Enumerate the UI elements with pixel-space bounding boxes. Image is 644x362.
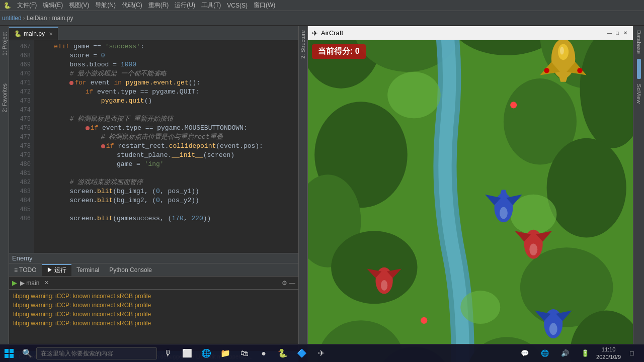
tray-date: 2020/10/9 — [596, 353, 621, 360]
svg-point-27 — [544, 68, 549, 73]
bottom-tabs: ≡ TODO ▶ 运行 Terminal Python Console — [9, 263, 298, 277]
code-line-481 — [38, 169, 294, 178]
svg-point-42 — [381, 280, 387, 291]
code-line-484: screen.blit(bg_img2, (0, pos_y2)) — [38, 196, 294, 205]
close-tab-icon[interactable]: ✕ — [49, 31, 53, 37]
search-input[interactable] — [36, 347, 157, 359]
win-maximize-btn[interactable]: □ — [614, 30, 621, 37]
svg-rect-49 — [5, 354, 9, 358]
code-line-480: game = 'ing' — [38, 160, 294, 169]
console-output: libpng warning: iCCP: known incorrect sR… — [9, 290, 298, 330]
right-scrollbar — [637, 59, 641, 79]
game-title-left: ✈ AirCraft — [312, 29, 343, 37]
taskbar-search-icon: 🔍 — [18, 344, 36, 363]
menu-code[interactable]: 代码(C) — [119, 0, 145, 11]
taskbar-game-icon[interactable]: ✈ — [312, 344, 330, 363]
taskbar-task-view-icon[interactable]: ⬜ — [178, 344, 196, 363]
tray-clock: 11:10 — [596, 346, 621, 353]
menu-tools[interactable]: 工具(T) — [198, 0, 224, 11]
svg-point-17 — [510, 195, 556, 234]
game-terrain-svg — [308, 40, 633, 362]
tab-terminal[interactable]: Terminal — [71, 264, 104, 276]
menu-run[interactable]: 运行(U) — [172, 0, 198, 11]
sidebar-tab-database[interactable]: Database — [635, 26, 643, 58]
svg-point-18 — [460, 291, 500, 324]
sidebar-tab-structure[interactable]: 2: Structure — [299, 26, 307, 63]
run-gear-icon[interactable]: ⚙ — [282, 280, 287, 287]
code-line-479: student_plane.__init__(screen) — [38, 151, 294, 160]
breadcrumb: untitled › LeiDian › main.py — [2, 11, 73, 25]
code-line-477: # 检测鼠标点击位置是否与重启rect重叠 — [38, 133, 294, 142]
code-content[interactable]: elif game == 'success': score = 0 boss.b… — [34, 40, 298, 253]
menu-view[interactable]: 视图(V) — [66, 0, 92, 11]
sidebar-tab-project[interactable]: 1: Project — [1, 28, 9, 59]
line-numbers: 467 468 469 470 471 472 473 474 475 476 … — [9, 40, 34, 253]
svg-rect-48 — [10, 349, 14, 353]
run-close-icon[interactable]: ✕ — [44, 280, 49, 286]
taskbar-extra-icon[interactable]: 🔷 — [293, 344, 311, 363]
taskbar-chrome-icon[interactable]: ● — [255, 344, 273, 363]
left-sidebar: 1: Project 2: Favorites — [0, 26, 9, 362]
console-line-1: libpng warning: iCCP: known incorrect sR… — [13, 292, 294, 301]
editor-area: 🐍 main.py ✕ 467 468 469 470 471 472 473 … — [9, 26, 298, 362]
file-tab-main-py[interactable]: 🐍 main.py ✕ — [9, 27, 58, 40]
console-line-4: libpng warning: iCCP: known incorrect sR… — [13, 319, 294, 328]
tray-action-center-icon[interactable]: □ — [623, 344, 641, 363]
file-tabs: 🐍 main.py ✕ — [9, 26, 298, 40]
game-icon: ✈ — [312, 29, 318, 37]
menu-file[interactable]: 文件(F) — [14, 0, 40, 11]
taskbar-store-icon[interactable]: 🛍 — [235, 344, 254, 363]
tab-bar: untitled › LeiDian › main.py — [0, 11, 644, 26]
game-title-text: AirCraft — [321, 29, 343, 37]
sidebar-tab-favorites[interactable]: 2: Favorites — [1, 79, 9, 116]
breadcrumb-project[interactable]: untitled — [2, 15, 22, 22]
tab-todo[interactable]: ≡ TODO — [9, 264, 42, 276]
svg-point-29 — [560, 47, 564, 55]
taskbar-cortana-icon[interactable]: 🎙 — [159, 344, 177, 363]
right-sidebar: Database SciView — [633, 26, 644, 362]
win-minimize-btn[interactable]: — — [606, 30, 613, 37]
win-close-btn[interactable]: ✕ — [622, 30, 629, 37]
svg-point-10 — [547, 138, 626, 238]
menu-nav[interactable]: 导航(N) — [92, 0, 119, 11]
svg-rect-47 — [5, 349, 9, 353]
tray-network-icon[interactable]: 🌐 — [536, 344, 554, 363]
code-line-467: elif game == 'success': — [38, 42, 294, 51]
code-line-470: # 最小游戏框架 一个都不能省略 — [38, 69, 294, 78]
enemy-label: Enemy — [9, 253, 35, 263]
menu-window[interactable]: 窗口(W) — [251, 0, 278, 11]
menu-bar: 🐍 文件(F) 编辑(E) 视图(V) 导航(N) 代码(C) 重构(R) 运行… — [0, 0, 644, 11]
svg-point-19 — [510, 102, 517, 108]
breadcrumb-folder[interactable]: LeiDian — [27, 15, 47, 22]
code-line-474 — [38, 106, 294, 115]
run-label[interactable]: ▶ main — [20, 280, 39, 287]
tray-wechat-icon[interactable]: 💬 — [516, 344, 534, 363]
code-line-483: screen.blit(bg_img1, (0, pos_y1)) — [38, 187, 294, 196]
taskbar-icons: 🎙 ⬜ 🌐 📁 🛍 ● 🐍 🔷 ✈ — [159, 344, 330, 363]
tab-python-console[interactable]: Python Console — [104, 264, 157, 276]
start-button[interactable] — [0, 344, 18, 363]
run-minimize-icon[interactable]: — — [289, 280, 295, 287]
svg-point-28 — [577, 68, 583, 73]
game-window: ✈ AirCraft — □ ✕ — [307, 26, 633, 362]
sidebar-tab-sciview[interactable]: SciView — [635, 80, 643, 108]
game-title-bar: ✈ AirCraft — □ ✕ — [308, 26, 633, 40]
breadcrumb-file[interactable]: main.py — [52, 15, 73, 22]
win-controls: — □ ✕ — [606, 30, 629, 37]
main-area: 1: Project 2: Favorites 🐍 main.py ✕ 467 … — [0, 26, 644, 362]
menu-edit[interactable]: 编辑(E) — [40, 0, 66, 11]
taskbar-python-icon[interactable]: 🐍 — [274, 344, 292, 363]
sys-tray: 💬 🌐 🔊 🔋 11:10 2020/10/9 □ — [516, 344, 644, 363]
code-line-485 — [38, 205, 294, 214]
tray-battery-icon[interactable]: 🔋 — [576, 344, 594, 363]
taskbar-edge-icon[interactable]: 🌐 — [197, 344, 215, 363]
tray-volume-icon[interactable]: 🔊 — [556, 344, 574, 363]
code-line-468: score = 0 — [38, 51, 294, 60]
tab-run[interactable]: ▶ 运行 — [42, 264, 71, 276]
svg-rect-50 — [10, 354, 14, 358]
menu-vcs[interactable]: VCS(S) — [224, 0, 251, 11]
menu-refactor[interactable]: 重构(R) — [145, 0, 172, 11]
taskbar-explorer-icon[interactable]: 📁 — [216, 344, 234, 363]
breadcrumb-sep2: › — [48, 15, 50, 22]
code-line-476: if event.type == pygame.MOUSEBUTTONDOWN: — [38, 124, 294, 133]
